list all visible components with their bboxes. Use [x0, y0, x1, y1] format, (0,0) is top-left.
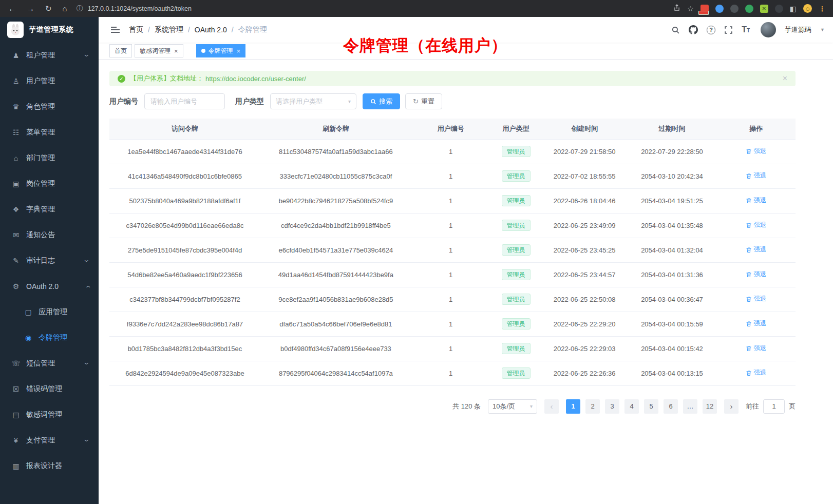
tab-token[interactable]: 令牌管理 × — [196, 44, 246, 57]
extension-icon-lime[interactable]: ✕ — [760, 5, 768, 13]
user-id-input[interactable] — [144, 93, 225, 109]
force-logout-button[interactable]: 强退 — [746, 245, 766, 254]
application-icon: ▢ — [23, 308, 34, 316]
created-time-cell: 2022-06-25 22:29:03 — [542, 336, 628, 361]
force-logout-button[interactable]: 强退 — [746, 196, 766, 205]
user-id-cell: 1 — [411, 262, 490, 287]
user-type-badge: 管理员 — [502, 294, 531, 305]
tab-close-icon[interactable]: × — [237, 48, 241, 54]
search-icon[interactable] — [671, 26, 680, 34]
extension-icon-blue[interactable] — [715, 5, 724, 13]
extension-icon-paw[interactable] — [775, 5, 783, 13]
bookmark-star-icon[interactable]: ☆ — [687, 5, 694, 13]
sidebar-item-role[interactable]: ♛ 角色管理 — [0, 94, 99, 120]
tab-close-icon[interactable]: × — [174, 48, 178, 54]
access-token-cell: c347026e805e4d99b0d116eae66eda8c — [109, 213, 260, 238]
column-header: 用户类型 — [490, 119, 541, 139]
side-panel-icon[interactable]: ◧ — [790, 5, 797, 13]
next-page-button[interactable]: › — [724, 399, 739, 414]
force-logout-button[interactable]: 强退 — [746, 270, 766, 279]
menu-fold-icon[interactable] — [111, 27, 120, 33]
font-size-icon[interactable]: TT — [742, 26, 750, 34]
prev-page-button[interactable]: ‹ — [544, 399, 559, 414]
goto-page-input[interactable] — [763, 399, 785, 414]
sidebar-item-audit-log[interactable]: ✎ 审计日志 › — [0, 248, 99, 274]
page-button-6[interactable]: 6 — [664, 399, 678, 414]
sidebar-item-dept[interactable]: ⌂ 部门管理 — [0, 145, 99, 171]
breadcrumb-oauth[interactable]: OAuth 2.0 — [195, 26, 227, 34]
share-icon[interactable] — [673, 4, 680, 13]
page-button-4[interactable]: 4 — [624, 399, 639, 414]
url-bar[interactable]: ⓘ 127.0.0.1:1024/system/oauth2/token — [77, 4, 667, 13]
trash-icon — [746, 321, 752, 327]
force-logout-button[interactable]: 强退 — [746, 369, 766, 377]
sidebar-item-app-mgmt[interactable]: ▢ 应用管理 — [0, 299, 99, 325]
user-type-select[interactable]: 请选择用户类型 ▾ — [270, 93, 356, 109]
token-icon: ◉ — [23, 334, 34, 342]
username[interactable]: 芋道源码 — [785, 25, 811, 34]
sidebar-item-notice[interactable]: ✉ 通知公告 — [0, 222, 99, 248]
sidebar-item-pay[interactable]: ¥ 支付管理 › — [0, 428, 99, 453]
sidebar-item-menu[interactable]: ☷ 菜单管理 — [0, 120, 99, 145]
sidebar-item-oauth2[interactable]: ⚙ OAuth 2.0 › — [0, 274, 99, 299]
sidebar-item-token-mgmt[interactable]: ◉ 令牌管理 — [0, 325, 99, 351]
search-button[interactable]: 搜索 — [363, 93, 400, 109]
extension-icon-green[interactable] — [745, 5, 753, 13]
sidebar-item-dict[interactable]: ❖ 字典管理 — [0, 197, 99, 222]
reset-button[interactable]: ↻ 重置 — [405, 93, 442, 109]
tab-sensitive-word[interactable]: 敏感词管理 × — [135, 44, 183, 57]
force-logout-button[interactable]: 强退 — [746, 221, 766, 229]
back-icon[interactable]: ← — [8, 4, 16, 13]
breadcrumb-home[interactable]: 首页 — [129, 25, 143, 34]
access-token-cell: c342377bf8b344799dcbf7bf095287f2 — [109, 287, 260, 312]
fullscreen-icon[interactable] — [724, 26, 733, 34]
profile-avatar-icon[interactable]: ☺ — [803, 4, 812, 13]
chevron-down-icon[interactable]: ▼ — [820, 27, 825, 32]
goto-suffix: 页 — [789, 402, 796, 411]
sidebar-item-sms[interactable]: ☏ 短信管理 › — [0, 351, 99, 376]
extension-icon-red[interactable] — [701, 5, 709, 13]
page-size-select[interactable]: 10条/页 ▾ — [488, 399, 537, 414]
page-ellipsis[interactable]: … — [683, 399, 697, 414]
help-icon[interactable]: ? — [707, 26, 715, 34]
sidebar-item-post[interactable]: ▣ 岗位管理 — [0, 171, 99, 197]
extension-icon-dark[interactable] — [730, 5, 739, 13]
filter-form: 用户编号 用户类型 请选择用户类型 ▾ 搜索 ↻ 重置 — [109, 93, 796, 109]
force-logout-button[interactable]: 强退 — [746, 295, 766, 303]
app-logo[interactable]: 芋道管理系统 — [0, 17, 99, 43]
tab-home[interactable]: 首页 — [109, 44, 132, 57]
table-row: f9336e7c7dd242a283ee98dc86b17a87 dfa6c71… — [109, 312, 796, 336]
rabbit-logo-icon — [7, 22, 24, 38]
sms-icon: ☏ — [10, 359, 22, 367]
sidebar-item-tenant[interactable]: ♟ 租户管理 › — [0, 43, 99, 68]
page-button-3[interactable]: 3 — [605, 399, 619, 414]
table-header-row: 访问令牌刷新令牌用户编号用户类型创建时间过期时间操作 — [109, 119, 796, 139]
browser-menu-icon[interactable]: ⋮ — [819, 5, 826, 13]
page-button-2[interactable]: 2 — [585, 399, 600, 414]
sidebar-item-sensitive-word[interactable]: ▤ 敏感词管理 — [0, 402, 99, 428]
force-logout-button[interactable]: 强退 — [746, 147, 766, 156]
page-button-12[interactable]: 12 — [703, 399, 717, 414]
access-token-cell: b0d1785bc3a8482f812db4a3f3bd15ec — [109, 336, 260, 361]
force-logout-button[interactable]: 强退 — [746, 319, 766, 328]
page-button-5[interactable]: 5 — [644, 399, 658, 414]
sidebar-item-user[interactable]: ♙ 用户管理 — [0, 68, 99, 94]
github-icon[interactable] — [689, 25, 698, 34]
user-avatar[interactable] — [761, 22, 776, 37]
sidebar-item-error-code[interactable]: ☒ 错误码管理 — [0, 376, 99, 402]
breadcrumb-system[interactable]: 系统管理 — [155, 25, 183, 34]
forward-icon[interactable]: → — [27, 4, 34, 13]
doc-link[interactable]: https://doc.iocoder.cn/user-center/ — [205, 75, 306, 83]
site-info-icon[interactable]: ⓘ — [77, 4, 83, 13]
reload-icon[interactable]: ↻ — [45, 4, 52, 13]
force-logout-button[interactable]: 强退 — [746, 171, 766, 180]
force-logout-button[interactable]: 强退 — [746, 344, 766, 353]
sidebar-item-report[interactable]: ▥ 报表设计器 — [0, 453, 99, 479]
access-token-cell: 6d842e2924594de9a09e45e087323abe — [109, 361, 260, 385]
breadcrumb: 首页 / 系统管理 / OAuth 2.0 / 令牌管理 — [129, 25, 267, 34]
page-button-1[interactable]: 1 — [566, 399, 580, 414]
menu-list-icon: ☷ — [10, 128, 22, 137]
created-time-cell: 2022-07-29 21:58:50 — [542, 139, 628, 164]
alert-close-icon[interactable]: × — [783, 74, 787, 83]
home-icon[interactable]: ⌂ — [63, 4, 67, 13]
